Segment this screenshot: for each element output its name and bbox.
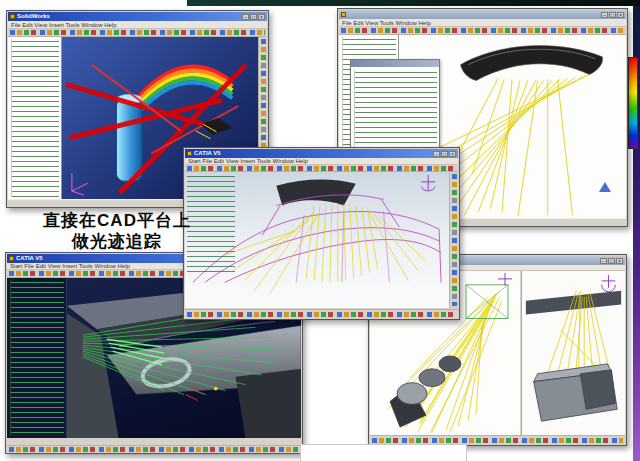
app-icon bbox=[10, 14, 15, 19]
lens-assembly bbox=[390, 356, 461, 427]
target-block bbox=[534, 364, 618, 421]
axis-compass-icon bbox=[602, 275, 616, 292]
minimize-icon[interactable]: – bbox=[600, 258, 607, 264]
spec-tree-rows bbox=[10, 280, 64, 436]
axis-triad-icon bbox=[72, 173, 88, 195]
toolbar bbox=[339, 27, 626, 35]
toolbar-icons[interactable] bbox=[341, 28, 624, 33]
window-title: CATIA V5 bbox=[194, 149, 431, 158]
side-toolbar-icons[interactable] bbox=[452, 174, 457, 306]
raytrace-scene-right bbox=[522, 271, 625, 435]
minimize-icon[interactable]: – bbox=[242, 14, 249, 20]
app-icon bbox=[341, 12, 346, 17]
bottom-toolbar-icons[interactable] bbox=[9, 447, 299, 452]
axis-compass-icon bbox=[599, 182, 611, 192]
maximize-icon[interactable]: □ bbox=[609, 12, 616, 18]
window-title: SolidWorks bbox=[17, 12, 240, 21]
bottom-toolbar-icons[interactable] bbox=[372, 438, 623, 443]
window-cad-catia-car: CATIA V5 – □ × Start File Edit View Inse… bbox=[183, 147, 460, 320]
spectrum-bar bbox=[628, 57, 638, 149]
feature-tree-panel[interactable] bbox=[8, 37, 62, 199]
toolbar-icons[interactable] bbox=[10, 30, 265, 35]
detector-object bbox=[196, 118, 233, 139]
bottom-toolbar bbox=[7, 445, 301, 452]
close-icon[interactable]: × bbox=[449, 151, 456, 157]
spec-tree-panel[interactable] bbox=[7, 278, 67, 438]
app-icon bbox=[9, 256, 14, 261]
top-edge-bar bbox=[187, 0, 640, 6]
viewport-3d[interactable] bbox=[185, 172, 449, 308]
titlebar[interactable]: – □ × bbox=[339, 10, 626, 19]
maximize-icon[interactable]: □ bbox=[441, 151, 448, 157]
close-icon[interactable]: × bbox=[616, 258, 623, 264]
bottom-toolbar bbox=[185, 309, 458, 318]
dialog-titlebar[interactable] bbox=[351, 60, 439, 67]
app-icon bbox=[187, 151, 192, 156]
yellow-ray-bundle bbox=[225, 204, 427, 295]
caption-line1: 直接在CAD平台上 bbox=[26, 210, 208, 231]
side-toolbar bbox=[449, 172, 458, 308]
caption-line2: 做光迹追踪 bbox=[26, 231, 208, 252]
toolbar bbox=[185, 165, 458, 172]
maximize-icon[interactable]: □ bbox=[250, 14, 257, 20]
reflector-blade bbox=[460, 46, 602, 81]
axis-compass-icon bbox=[421, 175, 435, 191]
titlebar[interactable]: CATIA V5 – □ × bbox=[185, 149, 458, 158]
close-icon[interactable]: × bbox=[617, 12, 624, 18]
maximize-icon[interactable]: □ bbox=[608, 258, 615, 264]
bottom-toolbar bbox=[370, 435, 625, 444]
menu-bar[interactable]: File Edit View Insert Tools Window Help bbox=[8, 21, 267, 29]
menu-bar[interactable]: File Edit View Tools Window Help bbox=[339, 19, 626, 27]
toolbar-icons[interactable] bbox=[187, 166, 456, 171]
feature-tree-rows bbox=[11, 39, 59, 197]
caption: 直接在CAD平台上 做光迹追踪 bbox=[26, 210, 208, 252]
window-controls: – □ × bbox=[600, 258, 623, 264]
minimize-icon[interactable]: – bbox=[601, 12, 608, 18]
window-controls: – □ × bbox=[242, 14, 265, 20]
bottom-toolbar-icons[interactable] bbox=[187, 312, 456, 317]
minimize-icon[interactable]: – bbox=[433, 151, 440, 157]
window-controls: – □ × bbox=[433, 151, 456, 157]
slide: SolidWorks – □ × File Edit View Insert T… bbox=[0, 0, 640, 461]
menu-bar[interactable]: Start File Edit View Insert Tools Window… bbox=[185, 158, 458, 165]
close-icon[interactable]: × bbox=[258, 14, 265, 20]
toolbar bbox=[8, 29, 267, 37]
viewport-right[interactable] bbox=[521, 271, 625, 435]
window-controls: – □ × bbox=[601, 12, 624, 18]
windshield-band bbox=[276, 180, 355, 206]
axis-compass-icon bbox=[498, 273, 512, 286]
titlebar[interactable]: SolidWorks – □ × bbox=[8, 12, 267, 21]
bottom-panel bbox=[300, 444, 467, 461]
